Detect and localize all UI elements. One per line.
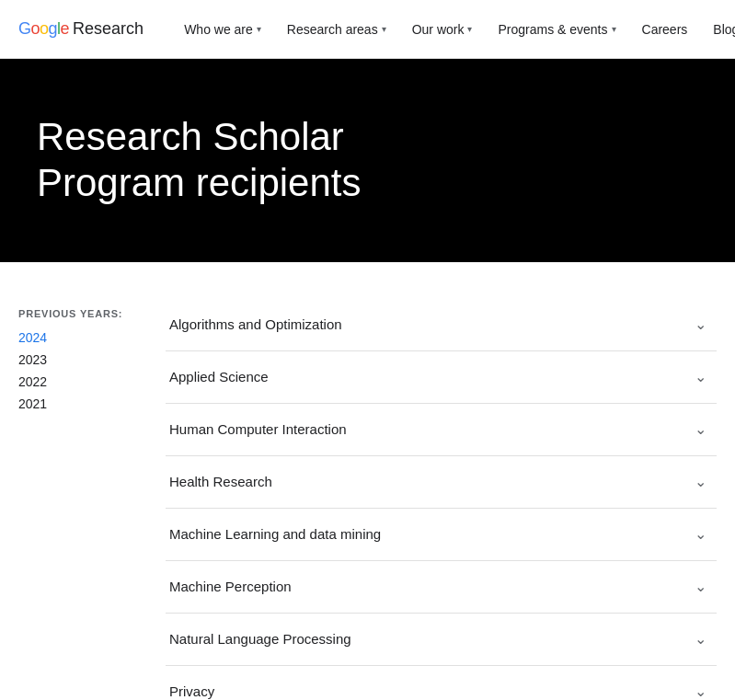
- accordion-item-perception: Machine Perception ⌄: [166, 561, 717, 614]
- hero-title: Research Scholar Program recipients: [37, 114, 497, 207]
- accordion-section: Algorithms and Optimization ⌄ Applied Sc…: [166, 299, 717, 700]
- chevron-down-icon: ▾: [467, 24, 472, 34]
- accordion-header-algorithms[interactable]: Algorithms and Optimization ⌄: [166, 299, 717, 350]
- accordion-item-privacy: Privacy ⌄: [166, 666, 717, 700]
- navigation: Google Research Who we are ▾ Research ar…: [0, 0, 735, 59]
- nav-careers[interactable]: Careers: [631, 15, 699, 44]
- chevron-down-icon: ⌄: [691, 368, 709, 386]
- accordion-item-hci: Human Computer Interaction ⌄: [166, 404, 717, 456]
- nav-research-areas[interactable]: Research areas ▾: [276, 15, 397, 44]
- accordion-header-perception[interactable]: Machine Perception ⌄: [166, 561, 717, 613]
- logo: Google Research: [18, 19, 144, 39]
- nav-blog[interactable]: Blog: [702, 15, 735, 44]
- nav-who-we-are[interactable]: Who we are ▾: [173, 15, 272, 44]
- main-content: PREVIOUS YEARS: 2024 2023 2022 2021 Algo…: [0, 262, 735, 700]
- accordion-header-health[interactable]: Health Research ⌄: [166, 456, 717, 508]
- nav-our-work[interactable]: Our work ▾: [401, 15, 484, 44]
- chevron-down-icon: ▾: [382, 24, 386, 34]
- accordion-item-health: Health Research ⌄: [166, 456, 717, 509]
- accordion-item-algorithms: Algorithms and Optimization ⌄: [166, 299, 717, 351]
- logo-google-text: Google: [18, 19, 69, 39]
- accordion-header-ml[interactable]: Machine Learning and data mining ⌄: [166, 509, 717, 560]
- sidebar-year-2022[interactable]: 2022: [18, 374, 166, 389]
- sidebar-year-2023[interactable]: 2023: [18, 352, 166, 367]
- chevron-down-icon: ⌄: [691, 525, 709, 544]
- chevron-down-icon: ⌄: [691, 683, 709, 700]
- chevron-down-icon: ⌄: [691, 420, 709, 439]
- sidebar: PREVIOUS YEARS: 2024 2023 2022 2021: [18, 299, 166, 700]
- accordion-title: Algorithms and Optimization: [169, 316, 342, 332]
- accordion-header-nlp[interactable]: Natural Language Processing ⌄: [166, 614, 717, 665]
- sidebar-label: PREVIOUS YEARS:: [18, 308, 166, 319]
- accordion-title: Health Research: [169, 474, 272, 489]
- accordion-title: Machine Perception: [169, 579, 292, 594]
- accordion-title: Privacy: [169, 683, 214, 699]
- sidebar-year-2024[interactable]: 2024: [18, 330, 166, 345]
- chevron-down-icon: ▾: [257, 24, 261, 34]
- logo-research-text: Research: [73, 19, 144, 39]
- accordion-item-nlp: Natural Language Processing ⌄: [166, 614, 717, 666]
- accordion-item-ml: Machine Learning and data mining ⌄: [166, 509, 717, 561]
- chevron-down-icon: ⌄: [691, 630, 709, 648]
- chevron-down-icon: ⌄: [691, 578, 709, 596]
- accordion-header-privacy[interactable]: Privacy ⌄: [166, 666, 717, 700]
- chevron-down-icon: ⌄: [691, 316, 709, 334]
- accordion-header-applied-science[interactable]: Applied Science ⌄: [166, 351, 717, 403]
- nav-links: Who we are ▾ Research areas ▾ Our work ▾…: [173, 15, 735, 44]
- accordion-item-applied-science: Applied Science ⌄: [166, 351, 717, 404]
- accordion-title: Natural Language Processing: [169, 631, 351, 647]
- nav-programs-events[interactable]: Programs & events ▾: [487, 15, 626, 44]
- sidebar-year-2021[interactable]: 2021: [18, 396, 166, 411]
- accordion-title: Human Computer Interaction: [169, 421, 347, 437]
- hero-section: Research Scholar Program recipients: [0, 59, 735, 262]
- chevron-down-icon: ⌄: [691, 473, 709, 491]
- accordion-header-hci[interactable]: Human Computer Interaction ⌄: [166, 404, 717, 455]
- chevron-down-icon: ▾: [612, 24, 616, 34]
- accordion-title: Applied Science: [169, 369, 269, 384]
- accordion-title: Machine Learning and data mining: [169, 526, 381, 542]
